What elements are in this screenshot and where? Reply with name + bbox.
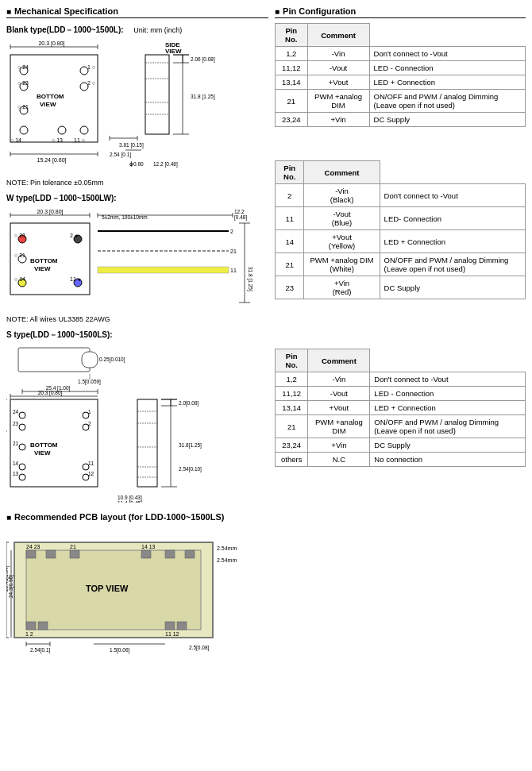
pin-table-blank-header-comment: Comment	[307, 24, 369, 47]
svg-text:2.54[0.10]: 2.54[0.10]	[179, 466, 202, 472]
pin-table-w-header-comment: Comment	[304, 161, 380, 184]
svg-text:13: 13	[13, 471, 19, 476]
svg-point-104	[19, 474, 25, 480]
svg-rect-84	[82, 352, 98, 368]
svg-text:12.2 [0.48]: 12.2 [0.48]	[153, 161, 178, 168]
svg-text:24 23: 24 23	[26, 544, 40, 549]
svg-text:2: 2	[88, 421, 91, 426]
svg-text:12.2: 12.2	[234, 209, 245, 214]
svg-text:11 12: 11 12	[165, 631, 179, 637]
w-type-note: NOTE: All wires UL3385 22AWG	[6, 315, 268, 323]
s-type-svg: 0.25[0.010] 1.5[0.059] 25.4 [1.00] 20.3 …	[6, 344, 253, 503]
svg-text:12: 12	[88, 471, 94, 476]
table-row: 2 -Vin(Black) Don't connect to -Vout	[276, 184, 526, 207]
svg-text:24.3[0.96]: 24.3[0.96]	[8, 575, 14, 598]
svg-text:○ 21: ○ 21	[14, 253, 25, 258]
table-row: 13,14 +Vout LED + Connection	[276, 401, 526, 415]
pin-table-blank-body: 1,2 -Vin Don't connect to -Vout 11,12 -V…	[276, 47, 526, 127]
table-row: others N.C No connection	[276, 453, 526, 467]
svg-text:○ 13: ○ 13	[52, 137, 63, 143]
svg-text:11 ●: 11 ●	[70, 276, 81, 282]
s-type-diagram: 0.25[0.010] 1.5[0.059] 25.4 [1.00] 20.3 …	[6, 344, 268, 504]
svg-text:1  2: 1 2	[25, 631, 33, 637]
svg-text:2.06 [0.08]: 2.06 [0.08]	[191, 56, 215, 63]
svg-text:○ 14: ○ 14	[14, 276, 25, 282]
table-row: 1,2 -Vin Don't connect to -Vout	[276, 47, 526, 61]
svg-text:2.54mm: 2.54mm	[217, 545, 237, 551]
recommended-pcb-title: Recommended PCB layout (for LDD-1000~150…	[6, 512, 268, 522]
pin-table-w-body: 2 -Vin(Black) Don't connect to -Vout 11 …	[276, 184, 526, 299]
svg-text:21: 21	[13, 441, 19, 446]
pin-table-s-header-pin: Pin No.	[276, 349, 308, 372]
svg-text:21: 21	[70, 544, 76, 549]
svg-text:21: 21	[230, 249, 237, 254]
svg-text:VIEW: VIEW	[165, 48, 182, 55]
svg-text:1.5[0.06]: 1.5[0.06]	[110, 647, 129, 653]
svg-text:20.3 [0.80]: 20.3 [0.80]	[38, 40, 64, 47]
svg-point-15	[20, 126, 28, 134]
svg-text:VIEW: VIEW	[34, 449, 51, 457]
svg-text:24: 24	[13, 409, 19, 414]
svg-text:2 ○: 2 ○	[87, 80, 95, 86]
svg-text:3.81 [0.15]: 3.81 [0.15]	[119, 142, 144, 148]
pin-table-w-header-pin: Pin No.	[276, 161, 304, 184]
svg-text:1.5[0.059]: 1.5[0.059]	[78, 379, 101, 385]
table-row: 1,2 -Vin Don't connect to -Vout	[276, 372, 526, 387]
blank-type-title: Blank type(LDD－1000~1500L): Unit: mm (in…	[6, 25, 268, 36]
blank-type-diagram: 20.3 [0.80] ○ 24 ○ 23 ○ 21 1 ○ 2 ○	[6, 39, 268, 175]
pcb-layout-diagram: TOP VIEW 24 23 21 14 13 1 2	[6, 526, 268, 655]
table-row: 21 PWM +analog DIM (White) ON/OFF and PW…	[276, 253, 526, 276]
svg-text:31.8 [1.25]: 31.8 [1.25]	[247, 267, 253, 291]
svg-rect-83	[18, 348, 90, 372]
table-row: 11 -Vout(Blue) LED- Connection	[276, 207, 526, 230]
svg-text:2 ●: 2 ●	[70, 233, 78, 238]
svg-text:[0.48]: [0.48]	[234, 214, 247, 221]
svg-point-100	[19, 444, 25, 450]
table-row: 21 PWM +analog DIM ON/OFF and PWM / anal…	[276, 415, 526, 438]
svg-text:11 ○: 11 ○	[74, 137, 85, 143]
svg-text:2.5[0.08]: 2.5[0.08]	[189, 645, 209, 651]
svg-point-17	[80, 126, 88, 134]
svg-rect-142	[26, 550, 36, 558]
svg-text:○ 23: ○ 23	[14, 233, 25, 238]
svg-text:11.4 [0.45]: 11.4 [0.45]	[118, 500, 142, 503]
pin-config-section-title: Pin Configuration	[275, 6, 526, 18]
svg-text:VIEW: VIEW	[34, 265, 51, 272]
svg-text:31.8[1.25]: 31.8[1.25]	[179, 442, 202, 449]
svg-text:20.3 [0.80]: 20.3 [0.80]	[38, 390, 63, 396]
svg-rect-146	[165, 550, 175, 558]
svg-text:BOTTOM: BOTTOM	[37, 93, 64, 100]
svg-text:14: 14	[13, 461, 19, 466]
pin-table-s-header-comment: Comment	[308, 349, 370, 372]
svg-text:20.3 [0.80]: 20.3 [0.80]	[37, 209, 63, 215]
svg-text:11: 11	[230, 268, 237, 273]
svg-text:ϕ0.60: ϕ0.60	[129, 161, 144, 167]
pin-table-blank-header-pin: Pin No.	[276, 24, 308, 47]
svg-rect-122	[137, 399, 157, 487]
pin-table-w: Pin No. Comment 2 -Vin(Black) Don't conn…	[275, 160, 526, 299]
svg-text:2.54mm: 2.54mm	[217, 557, 237, 563]
svg-text:23: 23	[13, 421, 19, 426]
svg-rect-144	[70, 550, 79, 558]
pin-table-s: Pin No. Comment 1,2 -Vin Don't connect t…	[275, 349, 526, 467]
svg-text:15.24 [0.60]: 15.24 [0.60]	[37, 157, 67, 164]
blank-type-note: NOTE: Pin tolerance ±0.05mm	[6, 179, 268, 187]
w-type-diagram: 20.3 [0.80] ○ 23 ○ 21 ○ 14 2 ● 11 ● BOTT…	[6, 207, 268, 312]
svg-text:○ 14: ○ 14	[10, 137, 21, 143]
svg-text:14 13: 14 13	[141, 544, 156, 549]
mechanical-section-title: Mechanical Specification	[6, 6, 268, 18]
svg-text:VIEW: VIEW	[40, 101, 56, 108]
svg-rect-147	[185, 550, 195, 558]
svg-text:1 ○: 1 ○	[87, 64, 95, 70]
svg-text:31.8 [1.25]: 31.8 [1.25]	[191, 94, 215, 100]
blank-type-svg: 20.3 [0.80] ○ 24 ○ 23 ○ 21 1 ○ 2 ○	[6, 39, 253, 174]
svg-text:0.25[0.010]: 0.25[0.010]	[99, 357, 125, 363]
table-row: 21 PWM +analog DIM ON/OFF and PWM / anal…	[276, 90, 526, 113]
svg-text:2.0[0.08]: 2.0[0.08]	[179, 400, 199, 407]
svg-point-98	[19, 424, 25, 430]
svg-text:BOTTOM: BOTTOM	[30, 441, 58, 449]
w-type-title: W type(LDD－1000~1500LW):	[6, 193, 268, 204]
svg-rect-27	[145, 55, 169, 134]
table-row: 23,24 +Vin DC Supply	[276, 113, 526, 127]
svg-text:TOP VIEW: TOP VIEW	[86, 584, 129, 593]
